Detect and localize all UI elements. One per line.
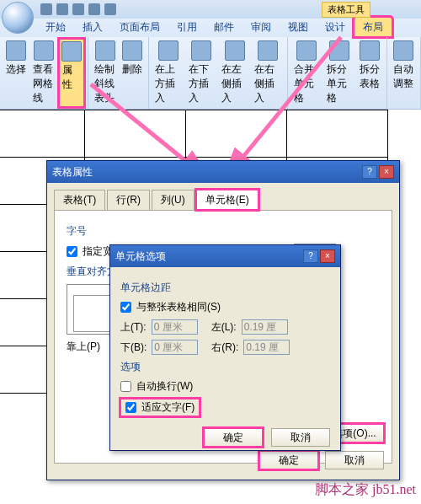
chk-fit-text[interactable]: [125, 402, 136, 413]
lbl-left: 左(L):: [211, 320, 237, 335]
valign-top-label: 靠上(P): [67, 340, 100, 354]
dlg1-title: 表格属性: [52, 165, 93, 180]
lbl-wrap-text: 自动换行(W): [136, 379, 193, 394]
lbl-same-as-table: 与整张表格相同(S): [136, 300, 221, 314]
dlg1-tab-row[interactable]: 行(R): [107, 190, 150, 210]
lbl-fit-text: 适应文字(F): [141, 400, 195, 415]
lbl-right: 右(R):: [211, 340, 238, 355]
dlg2-cancel-button[interactable]: 取消: [271, 428, 330, 447]
dlg2-title: 单元格选项: [115, 249, 166, 264]
inp-top: [152, 319, 198, 335]
inp-left: [242, 319, 288, 335]
dlg1-tab-cell[interactable]: 单元格(E): [196, 190, 258, 210]
help-icon[interactable]: ?: [303, 249, 318, 263]
dlg1-titlebar[interactable]: 表格属性 ? ×: [47, 161, 399, 183]
options-label: 选项: [120, 360, 330, 374]
size-label: 字号: [67, 224, 380, 239]
dlg2-body: 单元格边距 与整张表格相同(S) 上(T): 左(L): 下(B): 右(R):…: [110, 267, 340, 460]
watermark: 脚本之家 jb51.net: [315, 481, 416, 499]
dialog-cell-options: 单元格选项 ? × 单元格边距 与整张表格相同(S) 上(T): 左(L): 下…: [109, 244, 341, 451]
margins-label: 单元格边距: [120, 281, 330, 295]
lbl-bottom: 下(B):: [120, 340, 147, 355]
lbl-top: 上(T):: [120, 320, 147, 335]
chk-wrap-text[interactable]: [120, 381, 131, 392]
chk-specify-width[interactable]: [67, 246, 77, 257]
chk-same-as-table[interactable]: [120, 302, 131, 313]
dlg2-ok-button[interactable]: 确定: [204, 428, 263, 447]
office-button[interactable]: [2, 2, 34, 34]
dlg1-tabs: 表格(T) 行(R) 列(U) 单元格(E): [54, 190, 392, 211]
inp-bottom: [152, 340, 198, 355]
dlg1-tab-table[interactable]: 表格(T): [54, 190, 105, 210]
close-icon[interactable]: ×: [379, 165, 394, 179]
close-icon[interactable]: ×: [320, 249, 335, 263]
dlg2-titlebar[interactable]: 单元格选项 ? ×: [110, 245, 340, 267]
inp-right: [243, 340, 290, 355]
help-icon[interactable]: ?: [362, 165, 377, 179]
dlg1-tab-column[interactable]: 列(U): [152, 190, 195, 210]
